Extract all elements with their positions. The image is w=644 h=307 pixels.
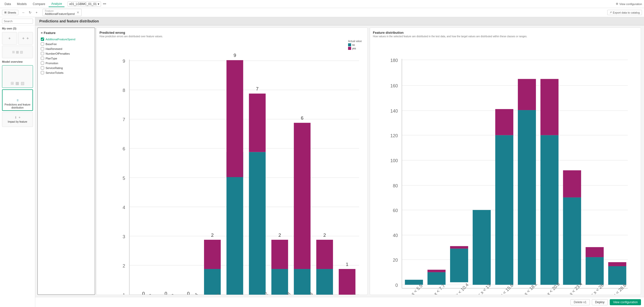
deploy-button[interactable]: Deploy	[592, 299, 608, 305]
sheet-thumb-3[interactable]: ⊞ ▦ ▧	[2, 46, 33, 58]
svg-rect-95	[563, 197, 581, 285]
svg-text:6: 6	[301, 115, 303, 121]
feature-checkbox-penalties[interactable]	[41, 52, 44, 55]
svg-text:0: 0	[165, 291, 167, 295]
svg-text:0: 0	[187, 291, 190, 295]
feature-item-numberofpenalties[interactable]: NumberOfPenalties	[41, 51, 92, 56]
predicted-wrong-title: Predicted wrong	[99, 31, 364, 35]
svg-rect-81	[450, 249, 468, 282]
svg-text:9: 9	[123, 58, 125, 64]
svg-rect-32	[249, 152, 265, 295]
feature-checkbox-basefee[interactable]	[41, 42, 44, 46]
feature-item-basefee[interactable]: BaseFee	[41, 42, 92, 46]
svg-text:40: 40	[393, 233, 398, 238]
svg-rect-79	[427, 270, 446, 272]
export-button[interactable]: ↗ Export data to catalog	[607, 10, 642, 15]
feature-item-servicerating[interactable]: ServiceRating	[41, 65, 92, 70]
svg-text:80: 80	[393, 183, 398, 188]
feature-panel: ≡ Feature AdditionalFeatureSpend BaseFee…	[37, 27, 95, 295]
impact-sheet[interactable]: ⬇ ✦ Impact by feature	[2, 112, 33, 127]
svg-rect-44	[316, 269, 333, 295]
puzzle-icon4: ✦	[18, 116, 21, 119]
svg-text:7: 7	[123, 117, 125, 122]
feature-checkbox-servicetickets[interactable]	[41, 71, 44, 74]
feature-item-plantype[interactable]: PlanType	[41, 56, 92, 61]
more-options-icon[interactable]: •••	[103, 2, 106, 6]
svg-text:2: 2	[323, 232, 326, 238]
scatter-icon: ⠿	[17, 99, 19, 102]
feature-panel-title: ≡ Feature	[41, 31, 92, 35]
impact-label: Impact by feature	[8, 120, 27, 123]
feature-tag: Feature AdditionalFeatureSpend ✕	[43, 9, 82, 16]
svg-text:2: 2	[123, 263, 125, 268]
page-title: Predictions and feature distribution	[35, 17, 644, 25]
nav-compare[interactable]: Compare	[30, 1, 48, 7]
svg-text:2: 2	[211, 232, 214, 238]
predicted-wrong-panel: Predicted wrong How prediction errors ar…	[96, 27, 368, 295]
feature-distribution-subtitle: How values in the selected feature are d…	[373, 35, 638, 38]
svg-text:3: 3	[123, 234, 125, 239]
feature-checkbox-additional[interactable]	[41, 38, 44, 41]
model-name: v01_LGBMC_01_01	[69, 2, 97, 6]
down-icon: ⬇	[14, 116, 17, 119]
svg-text:0: 0	[142, 291, 145, 295]
model-overview-sheet[interactable]: ⊞ ▦ ▧	[2, 65, 33, 88]
feature-item-additional[interactable]: AdditionalFeatureSpend	[41, 37, 92, 42]
svg-text:1: 1	[346, 262, 348, 267]
svg-text:7: 7	[256, 86, 258, 91]
settings-icon: ⚙	[616, 2, 618, 6]
feature-checkbox-servicerating[interactable]	[41, 66, 44, 70]
svg-rect-92	[540, 135, 558, 285]
svg-rect-45	[316, 240, 333, 269]
top-nav: Data Models Compare Analyze v01_LGBMC_01…	[0, 0, 644, 8]
nav-data[interactable]: Data	[2, 1, 13, 7]
add-icon[interactable]: +	[33, 10, 40, 16]
svg-rect-48	[339, 269, 355, 295]
svg-rect-40	[294, 269, 311, 295]
puzzle-icon-3: ✦	[26, 36, 29, 41]
feature-distribution-chart: 180 160 140 120 100 80 60 40 20 0	[377, 40, 638, 295]
delete-button[interactable]: Delete v1	[570, 299, 590, 305]
predicted-wrong-chart: 9 8 7 6 5 4 3 2 1	[103, 40, 364, 295]
feature-item-hasrenewed[interactable]: HasRenewed	[41, 46, 92, 51]
model-selector[interactable]: v01_LGBMC_01_01 ▾	[67, 2, 101, 7]
feature-checkbox-hasrenewed[interactable]	[41, 47, 44, 50]
svg-text:60: 60	[393, 208, 398, 213]
svg-rect-101	[608, 266, 626, 285]
sheet-thumb-1[interactable]: ✦	[2, 32, 17, 45]
svg-text:0: 0	[395, 283, 398, 288]
feature-item-promotion[interactable]: Promotion	[41, 61, 92, 65]
feature-distribution-title: Feature distribution	[373, 31, 638, 35]
feature-item-servicetickets[interactable]: ServiceTickets	[41, 70, 92, 75]
bottom-bar: Delete v1 Deploy View configuration	[35, 297, 644, 307]
close-icon[interactable]: ✕	[77, 11, 79, 14]
svg-rect-84	[472, 210, 491, 285]
view-config-bottom-button[interactable]: View configuration	[610, 299, 641, 305]
predictions-sheet[interactable]: ⠿ Predictions and feature distribution	[2, 89, 33, 111]
feature-checkbox-plantype[interactable]	[41, 57, 44, 60]
sidebar: My own (3) ✦ ✦ ✦ ⊞ ▦ ▧ Model overview	[0, 17, 35, 307]
chevron-down-icon: ▾	[98, 2, 99, 6]
back-icon[interactable]: ←	[20, 10, 26, 16]
svg-text:160: 160	[390, 83, 398, 88]
sheet-thumb-2[interactable]: ✦ ✦	[18, 32, 33, 45]
svg-text:8: 8	[123, 88, 125, 93]
sheets-button[interactable]: ⊞ Sheets	[2, 10, 18, 15]
svg-rect-33	[249, 94, 265, 152]
nav-models[interactable]: Models	[14, 1, 29, 7]
table-icon2: ⊞	[11, 81, 14, 86]
search-input[interactable]	[2, 19, 33, 24]
refresh-icon[interactable]: ↻	[27, 10, 33, 16]
svg-text:20: 20	[393, 258, 398, 263]
feature-checkbox-promotion[interactable]	[41, 61, 44, 65]
nav-analyze[interactable]: Analyze	[49, 1, 64, 7]
bar-chart-icon: ▦	[16, 50, 19, 54]
svg-rect-37	[272, 240, 288, 269]
svg-rect-96	[563, 170, 581, 197]
grid-icon: ⊞	[4, 11, 7, 14]
predictions-label: Predictions and feature distribution	[4, 103, 31, 109]
svg-text:140: 140	[390, 109, 398, 114]
svg-rect-41	[294, 123, 311, 269]
puzzle-icon-2: ✦	[22, 36, 25, 41]
view-config-button[interactable]: ⚙ View configuration	[616, 2, 642, 6]
